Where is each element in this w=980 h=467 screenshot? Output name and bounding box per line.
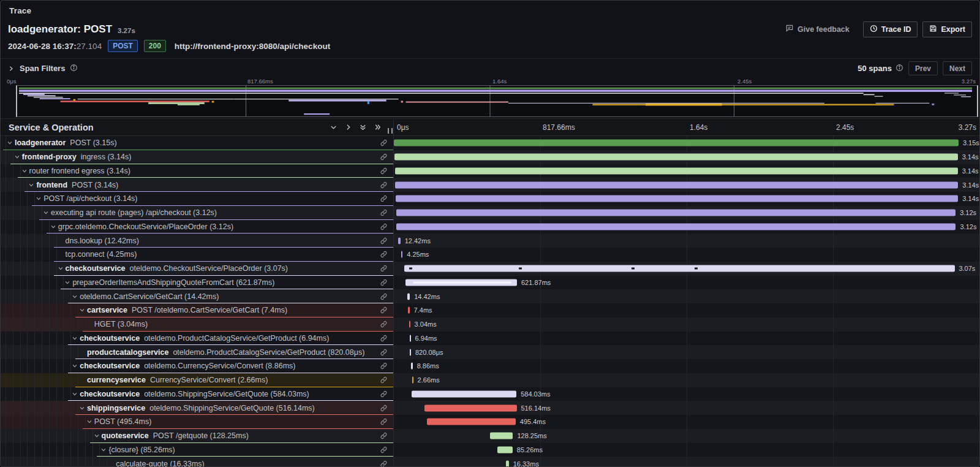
span-expander-icon[interactable]: [72, 294, 80, 300]
span-link-icon[interactable]: [380, 418, 388, 426]
span-label-cell[interactable]: checkoutserviceoteldemo.CurrencyService/…: [1, 359, 394, 373]
span-row[interactable]: shippingserviceoteldemo.ShippingService/…: [1, 401, 979, 415]
span-label-cell[interactable]: frontend-proxyingress (3.14s): [1, 150, 394, 164]
expand-one-icon[interactable]: [344, 123, 352, 131]
span-label-cell[interactable]: checkoutserviceoteldemo.CheckoutService/…: [1, 262, 394, 276]
collapse-all-icon[interactable]: [359, 123, 367, 131]
span-bar[interactable]: [506, 460, 509, 467]
span-bar[interactable]: [411, 363, 413, 370]
span-expander-icon[interactable]: [36, 196, 43, 202]
span-row[interactable]: frontendPOST (3.14s)3.14s: [1, 178, 979, 192]
span-row[interactable]: router frontend egress (3.14s)3.14s: [1, 164, 979, 178]
span-bar[interactable]: [396, 223, 956, 230]
span-expander-icon[interactable]: [28, 182, 36, 188]
span-row[interactable]: tcp.connect (4.25ms)4.25ms: [1, 248, 979, 262]
trace-id-button[interactable]: Trace ID: [863, 21, 918, 37]
span-label-cell[interactable]: cartservicePOST /oteldemo.CartService/Ge…: [1, 303, 394, 317]
span-bar[interactable]: [395, 167, 958, 174]
span-expander-icon[interactable]: [21, 168, 29, 174]
span-bar[interactable]: [401, 251, 402, 258]
span-expander-icon[interactable]: [14, 154, 22, 160]
span-bar[interactable]: [410, 335, 411, 341]
span-row[interactable]: POST /api/checkout (3.14s)3.14s: [1, 192, 979, 206]
span-label-cell[interactable]: POST /api/checkout (3.14s): [1, 192, 394, 206]
span-link-icon[interactable]: [380, 237, 388, 245]
span-bar[interactable]: [412, 390, 516, 397]
span-label-cell[interactable]: router frontend egress (3.14s): [1, 164, 394, 178]
span-bar[interactable]: [395, 181, 958, 188]
span-link-icon[interactable]: [380, 376, 388, 384]
span-bar[interactable]: [408, 307, 409, 314]
span-link-icon[interactable]: [380, 209, 388, 217]
span-row[interactable]: checkoutserviceoteldemo.CurrencyService/…: [1, 359, 979, 373]
span-expander-icon[interactable]: [86, 419, 94, 425]
span-label-cell[interactable]: tcp.connect (4.25ms): [1, 248, 394, 262]
prev-span-button[interactable]: Prev: [908, 61, 938, 75]
span-label-cell[interactable]: oteldemo.CartService/GetCart (14.42ms): [1, 289, 394, 303]
span-label-cell[interactable]: checkoutserviceoteldemo.ShippingService/…: [1, 387, 394, 401]
span-link-icon[interactable]: [380, 222, 388, 230]
span-expander-icon[interactable]: [7, 140, 15, 146]
span-expander-icon[interactable]: [72, 335, 80, 341]
span-expander-icon[interactable]: [79, 405, 87, 411]
span-label-cell[interactable]: prepareOrderItemsAndShippingQuoteFromCar…: [1, 276, 394, 290]
span-label-cell[interactable]: POST (495.4ms): [1, 415, 394, 429]
span-row[interactable]: {closure} (85.26ms)85.26ms: [1, 443, 979, 457]
minimap-waterfall[interactable]: [16, 85, 978, 117]
span-label-cell[interactable]: checkoutserviceoteldemo.ProductCatalogSe…: [1, 332, 394, 346]
span-label-cell[interactable]: dns.lookup (12.42ms): [1, 234, 394, 248]
span-link-icon[interactable]: [380, 306, 388, 314]
info-icon[interactable]: [895, 63, 903, 74]
span-row[interactable]: grpc.oteldemo.CheckoutService/PlaceOrder…: [1, 220, 979, 234]
span-link-icon[interactable]: [380, 278, 388, 286]
span-bar[interactable]: [409, 321, 410, 328]
span-row[interactable]: HGET (3.04ms)3.04ms: [1, 317, 979, 332]
span-link-icon[interactable]: [380, 181, 388, 189]
span-row[interactable]: quoteservicePOST /getquote (128.25ms)128…: [1, 429, 979, 443]
span-link-icon[interactable]: [380, 292, 388, 300]
span-row[interactable]: executing api route (pages) /api/checkou…: [1, 206, 979, 220]
span-row[interactable]: checkoutserviceoteldemo.CheckoutService/…: [1, 262, 979, 276]
span-label-cell[interactable]: shippingserviceoteldemo.ShippingService/…: [1, 401, 394, 415]
span-bar[interactable]: [427, 419, 516, 425]
span-expander-icon[interactable]: [72, 391, 80, 397]
span-bar[interactable]: [404, 265, 955, 272]
span-row[interactable]: oteldemo.CartService/GetCart (14.42ms)14…: [1, 289, 979, 303]
span-label-cell[interactable]: {closure} (85.26ms): [1, 443, 394, 457]
info-icon[interactable]: [70, 63, 78, 74]
span-link-icon[interactable]: [380, 432, 388, 440]
span-expander-icon[interactable]: [94, 433, 102, 439]
span-row[interactable]: POST (495.4ms)495.4ms: [1, 415, 979, 429]
span-row[interactable]: calculate-quote (16.33ms)16.33ms: [1, 457, 979, 467]
span-link-icon[interactable]: [380, 348, 388, 356]
collapse-one-icon[interactable]: [330, 123, 337, 131]
span-row[interactable]: dns.lookup (12.42ms)12.42ms: [1, 234, 979, 248]
span-expander-icon[interactable]: [43, 210, 51, 216]
span-bar[interactable]: [410, 349, 411, 355]
span-expander-icon[interactable]: [79, 307, 87, 313]
span-label-cell[interactable]: executing api route (pages) /api/checkou…: [1, 206, 394, 220]
span-label-cell[interactable]: loadgeneratorPOST (3.15s): [1, 136, 394, 150]
span-link-icon[interactable]: [380, 321, 388, 328]
span-link-icon[interactable]: [380, 334, 388, 342]
span-link-icon[interactable]: [380, 195, 388, 203]
span-label-cell[interactable]: HGET (3.04ms): [1, 317, 394, 332]
span-row[interactable]: currencyserviceCurrencyService/Convert (…: [1, 373, 979, 387]
span-filters-label[interactable]: Span Filters: [20, 64, 65, 73]
span-row[interactable]: frontend-proxyingress (3.14s)3.14s: [1, 150, 979, 164]
span-link-icon[interactable]: [380, 362, 388, 370]
span-label-cell[interactable]: grpc.oteldemo.CheckoutService/PlaceOrder…: [1, 220, 394, 234]
span-expander-icon[interactable]: [50, 224, 58, 230]
span-link-icon[interactable]: [380, 390, 388, 398]
span-link-icon[interactable]: [380, 153, 388, 161]
span-bar[interactable]: [405, 279, 517, 286]
chevron-right-icon[interactable]: [8, 63, 14, 74]
span-bar[interactable]: [412, 377, 413, 384]
span-label-cell[interactable]: currencyserviceCurrencyService/Convert (…: [1, 373, 394, 387]
span-link-icon[interactable]: [380, 139, 388, 147]
span-row[interactable]: prepareOrderItemsAndShippingQuoteFromCar…: [1, 276, 979, 290]
span-link-icon[interactable]: [380, 404, 388, 412]
span-label-cell[interactable]: frontendPOST (3.14s): [1, 178, 394, 192]
span-bar[interactable]: [394, 140, 959, 146]
span-expander-icon[interactable]: [72, 363, 80, 369]
